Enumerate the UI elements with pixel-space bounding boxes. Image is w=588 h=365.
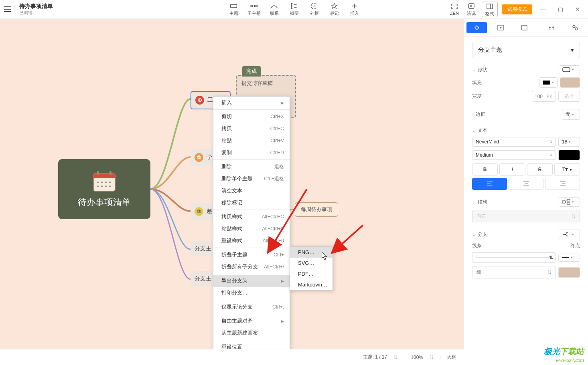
export-pdf[interactable]: PDF… (290, 268, 333, 279)
tb-summary[interactable]: 概要 (288, 2, 301, 16)
tab-snap[interactable] (541, 22, 562, 33)
tb-subtopic[interactable]: 子主题 (247, 2, 261, 16)
fill-type-dd[interactable]: ▾ (539, 77, 558, 88)
outline-btn[interactable]: 大纲 (447, 354, 456, 361)
badge-2-icon: ② (195, 153, 203, 162)
tb-topic[interactable]: 主题 (227, 2, 240, 16)
trial-button[interactable]: 试用模式 (502, 4, 532, 14)
ctx-export-branch[interactable]: 导出分支为▶ (213, 275, 290, 287)
align-center[interactable] (509, 178, 543, 190)
topic-count-stepper[interactable]: ⇅ (393, 355, 397, 360)
ctx-fold-all[interactable]: 折叠所有子分支Alt+Ctrl+/ (213, 261, 290, 273)
svg-rect-0 (231, 4, 237, 8)
sec-text[interactable]: 文本 (478, 127, 487, 133)
shape-dd[interactable]: ▾ (559, 65, 580, 74)
export-markdown[interactable]: Markdown… (290, 279, 333, 290)
svg-rect-16 (109, 171, 112, 175)
weekly-node[interactable]: 每周待办事项 (295, 202, 338, 217)
bold-btn[interactable]: B (472, 163, 498, 175)
ctx-duplicate[interactable]: 复制Ctrl+D (213, 147, 290, 159)
tb-zen[interactable]: ZEN (448, 3, 461, 16)
status-bar: 主题: 1 / 17 ⇅ 100% ⇅ 大纲 (0, 349, 464, 365)
watermark: 极光下载站 www.xz7.com (544, 346, 584, 363)
ctx-copy[interactable]: 拷贝Ctrl+C (213, 123, 290, 135)
tab-info[interactable] (514, 22, 534, 33)
root-node[interactable]: 待办事项清单 (58, 159, 150, 219)
cursor-icon (322, 252, 328, 262)
badge-1-icon: ① (195, 96, 204, 105)
tab-slide[interactable] (490, 22, 511, 33)
border-dd[interactable]: 无▾ (562, 109, 580, 120)
text-color[interactable] (558, 150, 580, 160)
fill-color[interactable] (560, 77, 580, 88)
svg-point-17 (97, 181, 99, 183)
badge-3-icon: ③ (195, 207, 203, 216)
align-left[interactable] (472, 178, 507, 190)
tb-insert[interactable]: 插入 (348, 2, 361, 16)
branch-color[interactable] (558, 267, 580, 278)
svg-line-26 (333, 225, 363, 252)
thickness-dd[interactable]: 细⇅ (472, 266, 556, 278)
ctx-print-branch[interactable]: 打印分支… (213, 287, 290, 299)
ctx-remove-marker[interactable]: 移除标记 (213, 197, 290, 209)
annotation-arrow-2 (329, 223, 365, 255)
tb-format[interactable]: 格式 (482, 2, 498, 17)
topic-type-dd[interactable]: 分支主题▾ (472, 42, 580, 58)
tb-boundary[interactable]: 外框 (308, 2, 321, 16)
ctx-insert[interactable]: 插入▶ (213, 97, 290, 109)
ctx-new-canvas[interactable]: 从主题新建画布 (213, 327, 290, 339)
tb-present[interactable]: 演说 (465, 2, 478, 16)
ctx-reset-style[interactable]: 重设样式Alt+Ctrl+0 (213, 235, 290, 247)
endpoint-dd[interactable]: ▾ (558, 254, 580, 262)
fontsize-dd[interactable]: 18▾ (558, 137, 580, 147)
ctx-delete-single[interactable]: 删除单个主题Ctrl+退格 (213, 173, 290, 185)
tb-marker[interactable]: 标记 (328, 2, 341, 16)
width-input[interactable]: PX (532, 91, 556, 102)
svg-point-20 (109, 181, 111, 183)
ctx-fold-sub[interactable]: 折叠子主题Ctrl+ (213, 249, 290, 261)
direction-dd: 向右⇅ (472, 210, 580, 222)
window-close[interactable]: ✕ (571, 6, 584, 12)
calendar-icon (92, 170, 116, 192)
done-tag: 完成 (242, 66, 261, 77)
svg-rect-41 (562, 201, 565, 203)
ctx-show-only[interactable]: 仅显示该分支Ctrl+; (213, 301, 290, 313)
line-style-dd[interactable]: ⇅ (472, 252, 556, 263)
italic-btn[interactable]: I (499, 163, 525, 175)
font-dd[interactable]: NeverMind⇅ (472, 137, 556, 147)
zoom-level[interactable]: 100% (411, 355, 423, 360)
svg-point-21 (97, 186, 99, 187)
zoom-stepper[interactable]: ⇅ (430, 355, 434, 360)
sec-branch[interactable]: 分支 (478, 232, 487, 237)
case-btn[interactable]: Tᴛ ▾ (554, 163, 580, 175)
sec-border[interactable]: 边框 (476, 111, 485, 117)
sec-shape[interactable]: 形状 (478, 67, 487, 73)
ctx-clear-text[interactable]: 清空文本 (213, 185, 290, 197)
structure-dd[interactable]: ▾ (559, 197, 580, 207)
svg-point-19 (105, 181, 107, 183)
ctx-paste-style[interactable]: 粘贴样式Alt+Ctrl+V (213, 223, 290, 235)
fit-btn[interactable]: 适合 (558, 91, 580, 102)
strike-btn[interactable]: S (527, 163, 553, 175)
topic-count: 主题: 1 / 17 (363, 354, 387, 361)
align-right[interactable] (545, 178, 580, 190)
ctx-free-align[interactable]: 自由主题对齐▶ (213, 315, 290, 327)
ctx-reset-pos[interactable]: 重设位置 (213, 341, 290, 349)
branch-dd[interactable]: ▾ (559, 230, 580, 239)
canvas[interactable]: 待办事项清单 完成 提交博客草稿 ①工 ②学 ③差 分支主 分支主 每周待办事项… (0, 19, 464, 349)
menu-icon[interactable] (4, 6, 11, 12)
ctx-delete[interactable]: 删除退格 (213, 161, 290, 173)
ctx-paste[interactable]: 粘贴Ctrl+V (213, 135, 290, 147)
window-maximize[interactable]: ▢ (554, 6, 567, 12)
window-minimize[interactable]: — (536, 6, 550, 12)
svg-point-24 (109, 186, 111, 187)
tb-relation[interactable]: 联系 (268, 2, 281, 16)
weight-dd[interactable]: Medium⇅ (472, 150, 556, 160)
tab-style[interactable] (466, 22, 487, 33)
sec-structure[interactable]: 结构 (478, 199, 487, 205)
tab-more[interactable] (565, 22, 586, 33)
ctx-cut[interactable]: 剪切Ctrl+X (213, 111, 290, 123)
svg-rect-1 (250, 5, 252, 7)
ctx-copy-style[interactable]: 拷贝样式Alt+Ctrl+C (213, 211, 290, 223)
svg-line-43 (565, 202, 567, 204)
